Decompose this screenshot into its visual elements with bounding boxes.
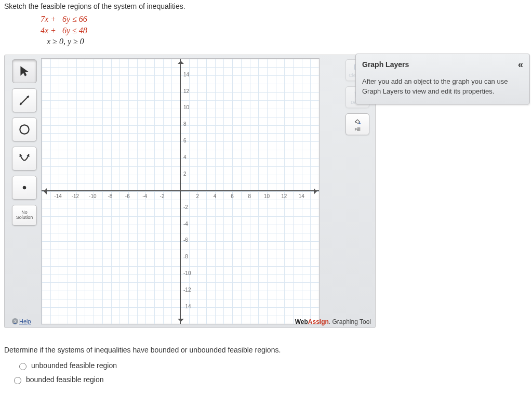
brand-suffix: . Graphing Tool — [329, 318, 371, 325]
y-tick-label: 6 — [183, 138, 187, 143]
x-tick-label: 14 — [299, 193, 304, 199]
parabola-tool-button[interactable] — [12, 147, 37, 171]
y-tick-label: 12 — [183, 88, 189, 94]
graphing-tool-panel: No Solution ? Help -14-12-10-8-6-4-2 — [4, 55, 376, 328]
svg-point-9 — [359, 123, 361, 124]
option-bounded-label: bounded feasible region — [26, 375, 103, 384]
x-tick-label: -6 — [125, 193, 130, 199]
graph-layers-panel: Graph Layers « After you add an object t… — [355, 54, 530, 104]
x-tick-label: -4 — [142, 193, 147, 199]
y-axis — [180, 59, 181, 324]
axis-arrow-up-icon — [178, 58, 184, 64]
y-tick-label: 8 — [183, 121, 187, 127]
help-icon: ? — [12, 318, 18, 324]
graph-canvas-wrap: -14-12-10-8-6-4-224681012141412108642-2-… — [41, 58, 343, 324]
x-tick-label: 10 — [264, 193, 270, 199]
y-tick-label: -2 — [183, 204, 188, 210]
y-tick-label: 14 — [183, 72, 189, 77]
y-tick-label: -8 — [183, 254, 188, 259]
y-tick-label: -6 — [183, 237, 188, 243]
y-tick-label: -14 — [183, 304, 191, 309]
fill-icon — [353, 116, 362, 126]
line-icon — [18, 94, 31, 107]
graph-layers-body: After you add an object to the graph you… — [356, 72, 529, 104]
axis-arrow-down-icon — [178, 319, 184, 324]
fill-label: Fill — [354, 127, 361, 132]
line-tool-button[interactable] — [12, 88, 37, 112]
x-tick-label: 8 — [248, 193, 251, 199]
option-bounded[interactable]: bounded feasible region — [11, 375, 528, 384]
x-tick-label: -14 — [54, 193, 61, 199]
parabola-icon — [18, 152, 31, 165]
x-tick-label: 2 — [196, 193, 199, 199]
x-tick-label: 12 — [281, 193, 287, 199]
brand-footer: WebAssign. Graphing Tool — [295, 318, 371, 325]
radio-unbounded[interactable] — [19, 363, 26, 370]
y-tick-label: 10 — [183, 104, 189, 110]
no-solution-label-2: Solution — [16, 215, 33, 220]
question-2-prompt: Determine if the systems of inequalities… — [4, 346, 528, 354]
option-unbounded-label: unbounded feasible region — [31, 361, 117, 370]
svg-point-3 — [20, 125, 29, 134]
graph-canvas[interactable]: -14-12-10-8-6-4-224681012141412108642-2-… — [41, 58, 320, 324]
no-solution-button[interactable]: No Solution — [12, 205, 37, 226]
axis-arrow-right-icon — [314, 188, 320, 194]
x-tick-label: 4 — [214, 193, 217, 199]
y-tick-label: -10 — [183, 270, 191, 276]
help-label: Help — [19, 318, 31, 324]
axis-arrow-left-icon — [41, 188, 47, 194]
equation-3: x ≥ 0, y ≥ 0 — [41, 36, 528, 47]
y-tick-label: -12 — [183, 287, 191, 293]
drawing-tools-column: No Solution ? Help — [8, 58, 41, 324]
y-tick-label: -4 — [183, 221, 188, 227]
equation-1: 7x + 6y ≤ 66 — [41, 14, 528, 25]
pointer-icon — [18, 64, 31, 78]
x-tick-label: -12 — [72, 193, 79, 199]
problem-prompt: Sketch the feasible regions of the syste… — [4, 2, 528, 10]
fill-button[interactable]: Fill — [345, 113, 369, 135]
point-tool-button[interactable] — [12, 176, 37, 200]
option-unbounded[interactable]: unbounded feasible region — [17, 361, 528, 370]
pointer-tool-button[interactable] — [12, 59, 37, 83]
point-icon — [18, 181, 31, 194]
x-tick-label: -2 — [160, 193, 165, 199]
x-tick-label: -8 — [108, 193, 112, 199]
y-tick-label: 2 — [183, 171, 187, 177]
svg-point-6 — [23, 186, 26, 190]
equation-2: 4x + 6y ≤ 48 — [41, 25, 528, 36]
circle-tool-button[interactable] — [12, 117, 37, 141]
graph-layers-title: Graph Layers — [362, 60, 409, 69]
circle-icon — [18, 123, 31, 136]
x-tick-label: -10 — [89, 193, 96, 199]
brand-web: Web — [295, 318, 308, 325]
radio-bounded[interactable] — [14, 377, 21, 384]
collapse-icon[interactable]: « — [518, 59, 523, 70]
equation-block: 7x + 6y ≤ 66 4x + 6y ≤ 48 x ≥ 0, y ≥ 0 — [41, 14, 528, 47]
y-tick-label: 4 — [183, 154, 187, 160]
help-link[interactable]: ? Help — [12, 318, 31, 324]
brand-assign: Assign — [308, 318, 329, 325]
x-tick-label: 6 — [231, 193, 234, 199]
